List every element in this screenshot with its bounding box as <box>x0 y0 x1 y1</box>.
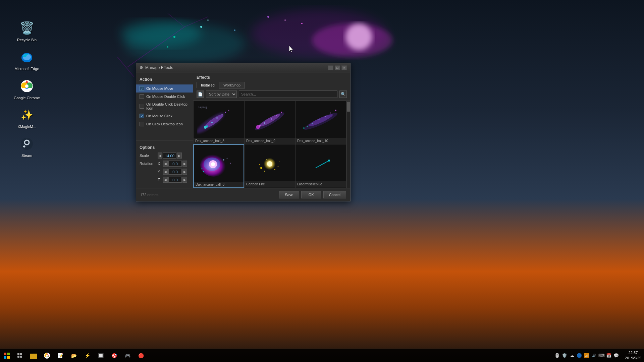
dialog-controls: — □ ✕ <box>328 65 347 70</box>
scroll-thumb[interactable] <box>347 102 350 112</box>
dialog-close-button[interactable]: ✕ <box>341 65 347 70</box>
taskbar-app-5[interactable]: ⚡ <box>80 349 94 362</box>
svg-point-48 <box>303 127 305 129</box>
effects-grid: Leporg Dax_arcane_bolt_8 <box>193 101 346 188</box>
scale-increment[interactable]: ▶ <box>177 153 182 159</box>
tab-installed[interactable]: Installed <box>197 82 219 88</box>
left-panel: Action ✓ On Mouse Move On Mouse Double C… <box>136 72 193 188</box>
taskbar-app-9[interactable]: 🔴 <box>134 349 148 362</box>
taskbar-app-3[interactable]: 📝 <box>54 349 67 362</box>
rotation-z-decrement[interactable]: ◀ <box>163 177 168 183</box>
effect-preview-laser <box>296 144 346 181</box>
action-on-mouse-move[interactable]: ✓ On Mouse Move <box>136 84 193 93</box>
svg-point-40 <box>259 125 261 127</box>
svg-point-53 <box>330 113 331 114</box>
svg-point-21 <box>25 84 29 88</box>
tray-icon-4[interactable]: 🔵 <box>576 352 583 359</box>
taskbar-start-button[interactable] <box>0 349 13 362</box>
sort-file-button[interactable]: 📄 <box>197 90 204 98</box>
rotation-z-increment[interactable]: ▶ <box>182 177 187 183</box>
scale-value[interactable]: 14.00 <box>163 153 176 159</box>
search-button[interactable]: 🔍 <box>339 90 347 98</box>
action-on-mouse-double-click[interactable]: On Mouse Double Click <box>136 93 193 101</box>
dialog-maximize-button[interactable]: □ <box>335 65 340 70</box>
dialog-titlebar: ⚙ Manage Effects — □ ✕ <box>136 63 350 72</box>
effects-title: Effects <box>197 75 347 80</box>
action-on-mouse-click[interactable]: ✓ On Mouse Click <box>136 112 193 120</box>
desktop-icon-ms-edge[interactable]: Microsoft Edge <box>13 49 40 71</box>
taskbar-app-6[interactable]: 🔲 <box>94 349 107 362</box>
tray-icon-1[interactable]: 🖱️ <box>554 352 560 359</box>
taskbar: 📝 📂 ⚡ 🔲 🎯 🎮 🔴 🖱️ 🛡️ ☁ 🔵 📶 🔊 ⌨ 📅 💬 22:57 … <box>0 349 644 362</box>
effect-dax-ball-0[interactable]: Dax_arcane_ball_0 <box>193 144 244 188</box>
svg-point-8 <box>267 16 269 18</box>
desktop-icon-chrome[interactable]: Google Chrome <box>13 78 40 100</box>
effect-dax-bolt-8[interactable]: Leporg Dax_arcane_bolt_8 <box>193 101 244 144</box>
ok-button[interactable]: OK <box>301 191 321 198</box>
taskbar-app-4[interactable]: 📂 <box>67 349 80 362</box>
desktop-icon-steam[interactable]: Steam <box>13 136 40 158</box>
svg-point-49 <box>307 126 308 127</box>
cancel-button[interactable]: Cancel <box>323 191 346 198</box>
effect-name-ball-0: Dax_arcane_ball_0 <box>194 182 244 187</box>
tray-icon-5[interactable]: 📶 <box>583 352 590 359</box>
sort-select[interactable]: Sort by Date <box>206 90 237 98</box>
effect-dax-bolt-9[interactable]: Dax_arcane_bolt_9 <box>244 101 295 144</box>
svg-point-93 <box>46 355 48 357</box>
tray-icon-2[interactable]: 🛡️ <box>561 352 568 359</box>
svg-rect-85 <box>17 353 19 355</box>
rotation-x-spin: ◀ 0.0 ▶ <box>163 161 187 167</box>
action-on-click-desktop[interactable]: On Click Desktop Icon <box>136 120 193 128</box>
effect-laser-missile[interactable]: Lasermissileblue <box>295 144 346 188</box>
taskbar-task-view[interactable] <box>13 349 27 362</box>
svg-point-74 <box>258 173 258 173</box>
tray-icon-7[interactable]: ⌨ <box>598 352 605 359</box>
taskbar-chrome[interactable] <box>40 349 54 362</box>
rotation-x-value[interactable]: 0.0 <box>168 161 182 167</box>
svg-point-51 <box>319 119 320 120</box>
rotation-y-value[interactable]: 0.0 <box>168 169 182 175</box>
options-panel: Options Scale ◀ 14.00 ▶ Rotation X ◀ <box>136 140 193 188</box>
effects-scrollbar[interactable] <box>346 101 350 188</box>
rotation-y-increment[interactable]: ▶ <box>182 169 187 175</box>
rotation-y-decrement[interactable]: ◀ <box>163 169 168 175</box>
effect-name-cartoon-fire: Cartoon Fire <box>245 181 295 187</box>
desktop-icon-recycle-bin[interactable]: 🗑️ Recycle Bin <box>13 20 40 42</box>
taskbar-clock[interactable]: 22:57 2019/5/25 <box>622 350 644 361</box>
taskbar-app-8[interactable]: 🎮 <box>121 349 134 362</box>
taskbar-app-7[interactable]: 🎯 <box>107 349 121 362</box>
action-on-double-click-desktop[interactable]: On Double Click Desktop Icon <box>136 101 193 112</box>
taskbar-tray: 🖱️ 🛡️ ☁ 🔵 📶 🔊 ⌨ 📅 💬 <box>551 352 622 359</box>
scale-decrement[interactable]: ◀ <box>158 153 162 159</box>
svg-point-34 <box>204 126 207 129</box>
checkbox-on-click-desktop[interactable] <box>140 122 144 126</box>
rotation-x-decrement[interactable]: ◀ <box>163 161 168 167</box>
svg-point-60 <box>223 159 224 161</box>
checkbox-on-mouse-click[interactable]: ✓ <box>140 114 144 118</box>
svg-point-62 <box>230 163 231 164</box>
svg-rect-84 <box>7 356 10 359</box>
dialog-minimize-button[interactable]: — <box>328 65 333 70</box>
taskbar-file-explorer[interactable] <box>27 349 40 362</box>
svg-point-12 <box>284 19 286 21</box>
tray-notification-icon[interactable]: 💬 <box>613 352 620 359</box>
options-title: Options <box>140 144 190 153</box>
tab-workshop[interactable]: WorkShop <box>219 82 245 88</box>
rotation-z-value[interactable]: 0.0 <box>168 177 182 183</box>
effect-cartoon-fire[interactable]: Cartoon Fire <box>244 144 295 188</box>
tray-icon-8[interactable]: 📅 <box>605 352 612 359</box>
checkbox-on-mouse-move[interactable]: ✓ <box>140 86 144 91</box>
svg-rect-90 <box>30 354 37 359</box>
rotation-x-increment[interactable]: ▶ <box>182 161 187 167</box>
svg-point-52 <box>325 116 326 117</box>
tray-icon-6[interactable]: 🔊 <box>591 352 597 359</box>
svg-point-10 <box>167 46 168 48</box>
search-input[interactable] <box>239 90 337 98</box>
svg-point-73 <box>266 159 267 160</box>
checkbox-on-mouse-double-click[interactable] <box>140 94 144 99</box>
save-button[interactable]: Save <box>279 191 299 198</box>
effect-dax-bolt-10[interactable]: Dax_arcane_bolt_10 <box>295 101 346 144</box>
desktop-icon-xmagic[interactable]: ✨ XMagicM... <box>13 107 40 129</box>
tray-icon-3[interactable]: ☁ <box>569 352 575 359</box>
checkbox-on-double-click-desktop[interactable] <box>140 104 144 109</box>
